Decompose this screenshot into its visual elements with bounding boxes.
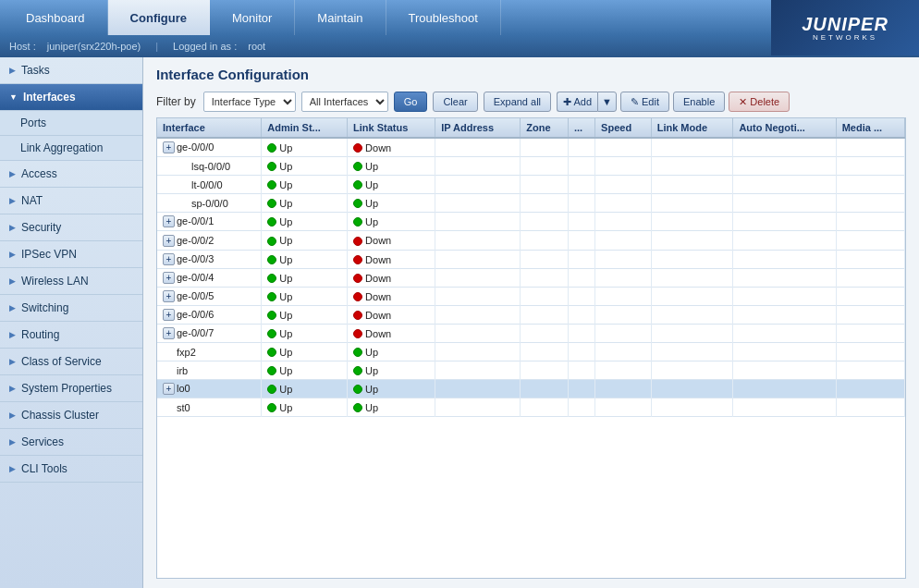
nav-tab-troubleshoot[interactable]: Troubleshoot [386,0,501,35]
table-row[interactable]: +ge-0/0/5UpDown [157,287,905,305]
expand-icon[interactable]: + [163,383,175,395]
link-status-text: Down [365,291,391,302]
nav-tab-monitor[interactable]: Monitor [210,0,295,35]
sidebar-item-services[interactable]: ▶ Services [0,429,142,456]
action-buttons: ✚ Add ▼ ✎ Edit Enable ✕ Delete [557,92,790,112]
table-row[interactable]: +ge-0/0/1UpUp [157,213,905,231]
sidebar-item-ports[interactable]: Ports [0,111,142,136]
sidebar-item-wireless-lan[interactable]: ▶ Wireless LAN [0,268,142,295]
table-row[interactable]: sp-0/0/0UpUp [157,194,905,213]
sidebar-item-services-label: Services [21,435,64,448]
expand-icon[interactable]: + [163,235,175,247]
sidebar-item-link-aggregation[interactable]: Link Aggregation [0,136,142,161]
enable-button[interactable]: Enable [673,92,725,112]
cell-speed [595,231,652,250]
admin-status-text: Up [279,254,292,265]
expand-icon[interactable]: + [163,309,175,321]
sidebar-item-ipsec-label: IPSec VPN [21,248,77,261]
table-row[interactable]: +ge-0/0/2UpDown [157,231,905,250]
link-status-text: Down [365,310,391,321]
expand-icon[interactable]: + [163,215,175,227]
cell-speed [595,213,652,231]
admin-status-dot [267,385,276,394]
admin-status-text: Up [279,328,292,339]
cell-admin-status: Up [262,176,348,194]
sidebar-item-switching[interactable]: ▶ Switching [0,295,142,322]
sidebar-item-sysprops-label: System Properties [21,382,112,395]
expand-icon[interactable]: + [163,272,175,284]
cell-speed [595,287,652,305]
cell-link-mode [651,138,733,157]
sidebar-item-security[interactable]: ▶ Security [0,214,142,241]
cell-link-status: Up [348,194,435,213]
sidebar-item-interfaces[interactable]: ▼ Interfaces [0,84,142,111]
cell-link-status: Down [348,268,435,287]
sidebar-item-cos[interactable]: ▶ Class of Service [0,349,142,375]
admin-status-dot [267,143,276,153]
sidebar-item-nat[interactable]: ▶ NAT [0,188,142,214]
cell-extra [568,380,594,398]
filter-type-select[interactable]: Interface Type [203,92,296,112]
cell-media [836,250,904,268]
logged-label: Logged in as : [173,41,237,52]
sidebar-item-routing[interactable]: ▶ Routing [0,322,142,349]
admin-status-dot [267,217,276,227]
clear-button[interactable]: Clear [433,92,477,112]
wireless-arrow: ▶ [9,276,16,286]
table-row[interactable]: lt-0/0/0UpUp [157,176,905,194]
cell-link-mode [651,157,733,176]
top-navigation: Dashboard Configure Monitor Maintain Tro… [0,0,919,35]
cell-interface-name: +ge-0/0/6 [157,305,262,324]
table-row[interactable]: irbUpUp [157,361,905,380]
table-row[interactable]: +lo0UpUp [157,380,905,398]
cell-speed [595,380,652,398]
delete-button[interactable]: ✕ Delete [729,92,790,112]
table-row[interactable]: +ge-0/0/3UpDown [157,250,905,268]
cell-interface-name: st0 [157,398,262,417]
filter-scope-select[interactable]: All Interfaces [301,92,388,112]
table-row[interactable]: lsq-0/0/0UpUp [157,157,905,176]
expand-icon[interactable]: + [163,141,175,153]
table-row[interactable]: st0UpUp [157,398,905,417]
add-dropdown-button[interactable]: ▼ [597,92,617,112]
edit-icon: ✎ [631,96,639,107]
table-row[interactable]: +ge-0/0/0UpDown [157,138,905,157]
cell-zone [521,250,569,268]
table-row[interactable]: fxp2UpUp [157,343,905,361]
nav-tab-dashboard[interactable]: Dashboard [4,0,108,35]
expand-icon[interactable]: + [163,290,175,302]
nav-tab-maintain[interactable]: Maintain [295,0,386,35]
table-row[interactable]: +ge-0/0/4UpDown [157,268,905,287]
admin-status-dot [267,199,276,208]
cell-admin-status: Up [262,398,348,417]
table-row[interactable]: +ge-0/0/7UpDown [157,324,905,342]
col-admin-status: Admin St... [262,118,348,138]
sidebar-item-security-label: Security [21,221,61,234]
expand-icon[interactable]: + [163,253,175,265]
nav-tab-configure[interactable]: Configure [108,0,210,35]
cell-ip-address [435,361,521,380]
content-area: Interface Configuration Filter by Interf… [143,57,919,588]
cell-extra [568,194,594,213]
go-button[interactable]: Go [394,92,428,112]
cell-media [836,380,904,398]
expand-icon[interactable]: + [163,327,175,339]
sidebar-item-cli-tools[interactable]: ▶ CLI Tools [0,456,142,483]
edit-button[interactable]: ✎ Edit [620,92,669,112]
sidebar-item-tasks[interactable]: ▶ Tasks [0,57,142,84]
cell-media [836,324,904,342]
expand-all-button[interactable]: Expand all [484,92,551,112]
add-button[interactable]: ✚ Add [557,92,597,112]
cell-media [836,213,904,231]
link-status-dot [353,199,362,208]
sidebar-item-access[interactable]: ▶ Access [0,161,142,188]
sidebar-item-system-props[interactable]: ▶ System Properties [0,375,142,402]
table-row[interactable]: +ge-0/0/6UpDown [157,305,905,324]
sidebar-item-ipsec-vpn[interactable]: ▶ IPSec VPN [0,241,142,268]
link-status-dot [353,366,362,375]
cos-arrow: ▶ [9,357,16,366]
sidebar-item-chassis-label: Chassis Cluster [21,409,99,422]
sidebar-item-chassis-cluster[interactable]: ▶ Chassis Cluster [0,402,142,429]
admin-status-dot [267,274,276,283]
cell-ip-address [435,324,521,342]
